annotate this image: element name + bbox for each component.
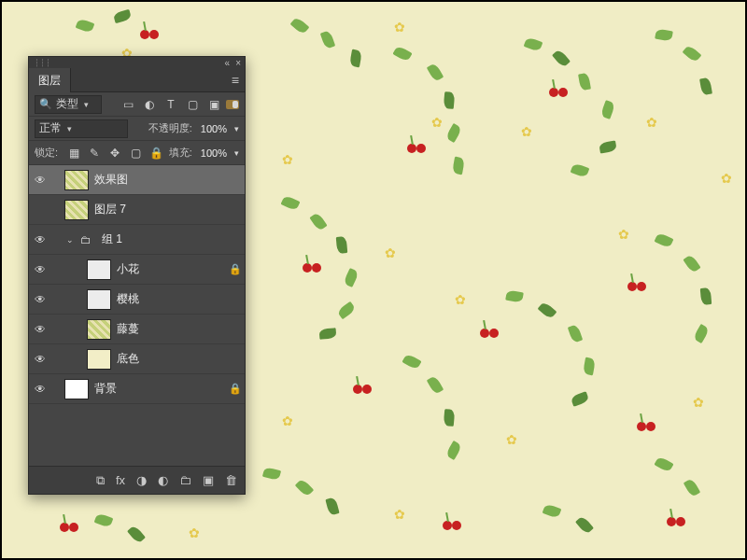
layers-list: 👁效果图图层 7👁⌄🗀组 1👁小花🔒👁樱桃👁藤蔓👁底色👁背景🔒 (29, 165, 245, 451)
layer-thumbnail[interactable] (87, 319, 111, 340)
delete-icon[interactable]: 🗑 (225, 473, 237, 487)
layer-row[interactable]: 👁小花🔒 (29, 255, 245, 285)
type-icon[interactable]: T (164, 98, 177, 111)
link-icon[interactable]: ⧉ (96, 473, 105, 488)
visibility-toggle[interactable]: 👁 (29, 263, 51, 276)
tab-layers[interactable]: 图层 (29, 68, 71, 92)
visibility-toggle[interactable]: 👁 (29, 174, 51, 187)
layer-row[interactable]: 👁⌄🗀组 1 (29, 225, 245, 255)
layer-thumbnail[interactable] (87, 289, 111, 310)
layer-thumbnail[interactable] (64, 379, 89, 399)
layer-thumbnail[interactable] (64, 200, 89, 220)
layer-row[interactable]: 👁樱桃 (29, 285, 245, 315)
layer-name[interactable]: 背景 (94, 381, 226, 397)
brush-icon[interactable]: ✎ (88, 147, 101, 160)
chevron-down-icon[interactable]: ▾ (234, 124, 239, 133)
panel-grip[interactable]: ┆┆┆ (35, 59, 51, 67)
shape-icon[interactable]: ▢ (186, 98, 199, 111)
chevron-down-icon: ▾ (67, 124, 72, 133)
layer-lock-icon[interactable]: 🔒 (226, 383, 245, 395)
close-icon[interactable]: × (235, 58, 241, 68)
layer-row[interactable]: 👁背景🔒 (29, 374, 245, 404)
chevron-down-icon[interactable]: ▾ (234, 148, 239, 158)
layer-thumbnail[interactable] (87, 349, 111, 370)
layer-row[interactable]: 👁藤蔓 (29, 315, 245, 344)
opacity-value[interactable]: 100% (201, 123, 227, 134)
visibility-toggle[interactable]: 👁 (29, 383, 51, 396)
fill-value[interactable]: 100% (201, 147, 227, 159)
panel-tabs: 图层 ≡ (29, 68, 245, 92)
mask-icon[interactable]: ◑ (136, 473, 147, 487)
layer-name[interactable]: 小花 (117, 261, 226, 277)
new-layer-icon[interactable]: ▣ (203, 473, 214, 487)
layer-name[interactable]: 图层 7 (94, 202, 226, 217)
position-icon[interactable]: ✥ (108, 147, 121, 160)
blend-opacity-row: 正常 ▾ 不透明度: 100% ▾ (29, 117, 245, 141)
filter-toggle[interactable] (226, 100, 239, 109)
search-icon: 🔍 (39, 98, 52, 110)
filter-icons: ▭◐T▢▣ (121, 98, 220, 111)
filter-row: 🔍 类型 ▾ ▭◐T▢▣ (29, 92, 245, 117)
lock-icons: ▦✎✥▢🔒 (67, 147, 162, 160)
smart-icon[interactable]: ▣ (207, 98, 220, 111)
layer-name[interactable]: 组 1 (102, 231, 226, 247)
fold-toggle[interactable]: ⌄ (64, 235, 76, 245)
panel-topbar: ┆┆┆ « × (29, 57, 245, 68)
visibility-toggle[interactable]: 👁 (29, 353, 51, 366)
panel-menu-icon[interactable]: ≡ (232, 73, 239, 88)
layer-thumbnail[interactable] (64, 170, 89, 190)
lock-label: 锁定: (35, 146, 58, 160)
layer-name[interactable]: 樱桃 (117, 291, 226, 307)
group-icon[interactable]: 🗀 (179, 473, 191, 487)
adjustment-icon[interactable]: ◐ (158, 473, 168, 487)
layer-lock-icon[interactable]: 🔒 (226, 263, 245, 275)
layer-row[interactable]: 👁底色 (29, 344, 245, 374)
opacity-label: 不透明度: (148, 121, 192, 135)
collapse-icon[interactable]: « (225, 58, 231, 68)
layers-panel: ┆┆┆ « × 图层 ≡ 🔍 类型 ▾ ▭◐T▢▣ 正常 ▾ 不透明度: 100… (28, 56, 246, 495)
image-icon[interactable]: ▭ (121, 98, 134, 111)
layer-name[interactable]: 底色 (117, 351, 226, 367)
lock-row: 锁定: ▦✎✥▢🔒 填充: 100% ▾ (29, 141, 245, 165)
adjustment-icon[interactable]: ◐ (143, 98, 156, 111)
chevron-down-icon: ▾ (84, 100, 89, 109)
kind-select[interactable]: 🔍 类型 ▾ (35, 95, 102, 114)
layer-row[interactable]: 图层 7 (29, 195, 245, 225)
layer-name[interactable]: 效果图 (94, 172, 226, 188)
kind-label: 类型 (56, 96, 78, 112)
folder-icon: 🗀 (76, 231, 96, 248)
visibility-toggle[interactable]: 👁 (29, 233, 51, 246)
artboard-nest-icon[interactable]: ▢ (129, 147, 142, 160)
fx-icon[interactable]: fx (116, 473, 125, 487)
blend-mode-select[interactable]: 正常 ▾ (35, 119, 128, 138)
all-icon[interactable]: 🔒 (149, 147, 162, 160)
layer-name[interactable]: 藤蔓 (117, 321, 226, 337)
layer-thumbnail[interactable] (87, 259, 111, 280)
blend-mode-label: 正常 (39, 120, 62, 136)
visibility-toggle[interactable]: 👁 (29, 293, 51, 306)
visibility-toggle[interactable]: 👁 (29, 323, 51, 336)
panel-footer: ⧉fx◑◐🗀▣🗑 (29, 466, 245, 494)
transparency-icon[interactable]: ▦ (67, 147, 80, 160)
layer-row[interactable]: 👁效果图 (29, 165, 245, 195)
fill-label: 填充: (169, 146, 192, 160)
